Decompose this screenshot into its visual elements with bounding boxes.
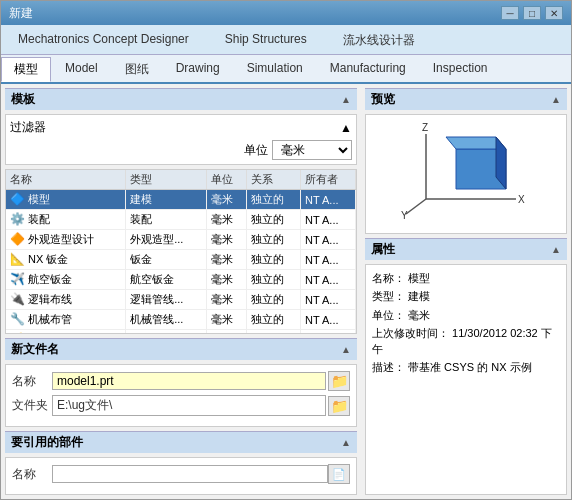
- svg-text:X: X: [518, 194, 525, 205]
- close-button[interactable]: ✕: [545, 6, 563, 20]
- folder-row: 文件夹 E:\ug文件\ 📁: [12, 395, 350, 416]
- unit-label: 单位: [244, 142, 268, 159]
- cell-owner: NT A...: [301, 230, 356, 250]
- table-row[interactable]: 🔌 逻辑布线 逻辑管线... 毫米 独立的 NT A...: [6, 290, 356, 310]
- tab-pipeline[interactable]: 流水线设计器: [326, 27, 432, 54]
- right-panel: 预览 ▲ X Z Y: [361, 84, 571, 499]
- cell-owner: NT A...: [301, 190, 356, 210]
- file-browse-button[interactable]: 📁: [328, 371, 350, 391]
- file-name-input[interactable]: [52, 372, 326, 390]
- props-chevron-icon[interactable]: ▲: [551, 244, 561, 255]
- cell-unit: 毫米: [206, 230, 246, 250]
- parts-name-row: 名称 📄: [12, 464, 350, 484]
- prop-desc-label: 描述：: [372, 361, 405, 373]
- prop-name-row: 名称： 模型: [372, 271, 560, 286]
- table-header-row: 名称 类型 单位 关系 所有者: [6, 170, 356, 190]
- ref-parts-title: 要引用的部件: [11, 434, 83, 451]
- prop-desc-row: 描述： 带基准 CSYS 的 NX 示例: [372, 360, 560, 375]
- table-row[interactable]: ✈️ 航空钣金 航空钣金 毫米 独立的 NT A...: [6, 270, 356, 290]
- props-section-header: 属性 ▲: [365, 238, 567, 260]
- cell-name: 🔧 机械布管: [6, 310, 126, 330]
- ref-parts-section-header: 要引用的部件 ▲: [5, 431, 357, 453]
- table-row[interactable]: ⚙️ 装配 装配 毫米 独立的 NT A...: [6, 210, 356, 230]
- tab-model-en[interactable]: Model: [52, 57, 111, 82]
- filter-chevron-icon[interactable]: ▲: [340, 121, 352, 135]
- unit-select[interactable]: 毫米: [272, 140, 352, 160]
- table-row[interactable]: 🔧 机械布管 机械管线... 毫米 独立的 NT A...: [6, 310, 356, 330]
- title-bar: 新建 ─ □ ✕: [1, 1, 571, 25]
- col-unit: 单位: [206, 170, 246, 190]
- left-panel: 模板 ▲ 过滤器 ▲ 单位 毫米: [1, 84, 361, 499]
- table-row[interactable]: ⚡ 电气布线 电气管线... 毫米 独立的 NT A...: [6, 330, 356, 335]
- tab-drawing-en[interactable]: Drawing: [163, 57, 233, 82]
- cell-type: 外观造型...: [126, 230, 206, 250]
- prop-unit-label: 单位：: [372, 309, 405, 321]
- new-file-title: 新文件名: [11, 341, 59, 358]
- cell-name: 📐 NX 钣金: [6, 250, 126, 270]
- tab-model-cn[interactable]: 模型: [1, 57, 51, 82]
- table-row[interactable]: 🔷 模型 建模 毫米 独立的 NT A...: [6, 190, 356, 210]
- tab-manufacturing[interactable]: Manufacturing: [317, 57, 419, 82]
- cell-unit: 毫米: [206, 290, 246, 310]
- second-tab-bar: 模型 Model 图纸 Drawing Simulation Manufactu…: [1, 55, 571, 84]
- cell-owner: NT A...: [301, 210, 356, 230]
- preview-chevron-icon[interactable]: ▲: [551, 94, 561, 105]
- table-row[interactable]: 🔶 外观造型设计 外观造型... 毫米 独立的 NT A...: [6, 230, 356, 250]
- prop-type-value: 建模: [408, 290, 430, 302]
- cell-type: 逻辑管线...: [126, 290, 206, 310]
- cell-type: 建模: [126, 190, 206, 210]
- cell-name: ⚙️ 装配: [6, 210, 126, 230]
- window-title: 新建: [9, 5, 33, 22]
- main-content: 模板 ▲ 过滤器 ▲ 单位 毫米: [1, 84, 571, 499]
- parts-name-label: 名称: [12, 466, 52, 483]
- cell-relation: 独立的: [246, 250, 300, 270]
- cell-relation: 独立的: [246, 270, 300, 290]
- cell-unit: 毫米: [206, 270, 246, 290]
- preview-box: X Z Y: [365, 114, 567, 234]
- tab-inspection[interactable]: Inspection: [420, 57, 501, 82]
- tab-ship-structures[interactable]: Ship Structures: [208, 27, 324, 54]
- parts-browse-button[interactable]: 📄: [328, 464, 350, 484]
- cell-name: ✈️ 航空钣金: [6, 270, 126, 290]
- col-name: 名称: [6, 170, 126, 190]
- file-name-label: 名称: [12, 373, 52, 390]
- ref-parts-chevron-icon[interactable]: ▲: [341, 437, 351, 448]
- minimize-button[interactable]: ─: [501, 6, 519, 20]
- col-owner: 所有者: [301, 170, 356, 190]
- new-file-chevron-icon[interactable]: ▲: [341, 344, 351, 355]
- properties-panel: 名称： 模型 类型： 建模 单位： 毫米 上次修改时间： 11/30/2012 …: [365, 264, 567, 495]
- preview-section-header: 预览 ▲: [365, 88, 567, 110]
- ref-parts-form: 名称 📄: [5, 457, 357, 495]
- tab-simulation[interactable]: Simulation: [234, 57, 316, 82]
- cell-unit: 毫米: [206, 310, 246, 330]
- cell-unit: 毫米: [206, 250, 246, 270]
- folder-browse-button[interactable]: 📁: [328, 396, 350, 416]
- cell-name: 🔷 模型: [6, 190, 126, 210]
- template-chevron-icon[interactable]: ▲: [341, 94, 351, 105]
- table-row[interactable]: 📐 NX 钣金 钣金 毫米 独立的 NT A...: [6, 250, 356, 270]
- prop-desc-value: 带基准 CSYS 的 NX 示例: [408, 361, 531, 373]
- new-file-form: 名称 📁 文件夹 E:\ug文件\ 📁: [5, 364, 357, 427]
- parts-name-input[interactable]: [52, 465, 328, 483]
- filter-header: 过滤器 ▲: [10, 119, 352, 136]
- tab-drawing-cn[interactable]: 图纸: [112, 57, 162, 82]
- tab-mechatronics[interactable]: Mechatronics Concept Designer: [1, 27, 206, 54]
- prop-type-row: 类型： 建模: [372, 289, 560, 304]
- cell-type: 钣金: [126, 250, 206, 270]
- svg-text:Z: Z: [422, 122, 428, 133]
- prop-unit-value: 毫米: [408, 309, 430, 321]
- cell-relation: 独立的: [246, 230, 300, 250]
- restore-button[interactable]: □: [523, 6, 541, 20]
- prop-modified-row: 上次修改时间： 11/30/2012 02:32 下午: [372, 326, 560, 357]
- filter-label: 过滤器: [10, 119, 46, 136]
- template-table-container: 名称 类型 单位 关系 所有者 🔷 模型 建模 毫米 独立的 NT A... ⚙…: [5, 169, 357, 334]
- cell-name: ⚡ 电气布线: [6, 330, 126, 335]
- prop-unit-row: 单位： 毫米: [372, 308, 560, 323]
- preview-title: 预览: [371, 91, 395, 108]
- cell-owner: NT A...: [301, 330, 356, 335]
- new-file-section-header: 新文件名 ▲: [5, 338, 357, 360]
- main-window: 新建 ─ □ ✕ Mechatronics Concept Designer S…: [0, 0, 572, 500]
- title-bar-controls: ─ □ ✕: [501, 6, 563, 20]
- template-section-title: 模板: [11, 91, 35, 108]
- cell-relation: 独立的: [246, 290, 300, 310]
